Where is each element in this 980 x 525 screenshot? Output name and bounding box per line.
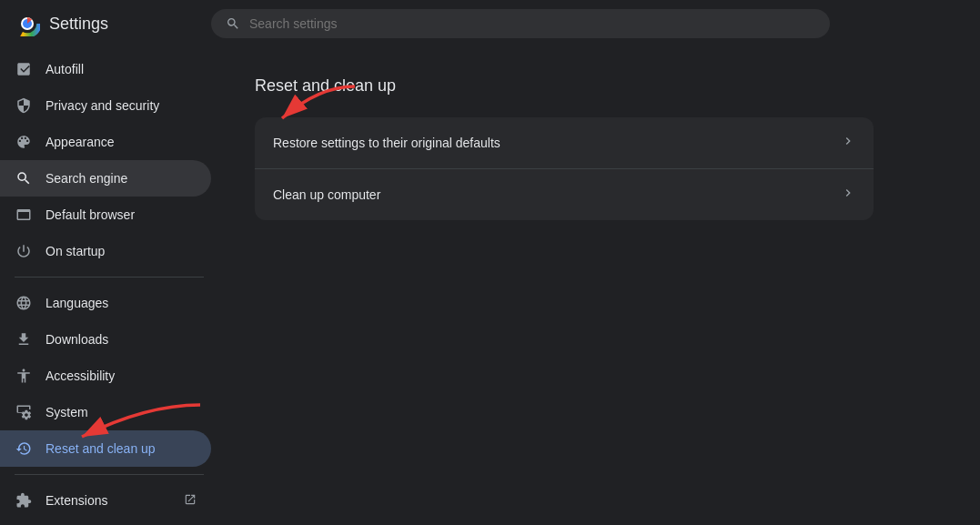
sidebar-item-on-startup[interactable]: On startup (0, 233, 211, 269)
sidebar-label-downloads: Downloads (45, 332, 197, 347)
sidebar-item-search-engine[interactable]: Search engine (0, 160, 211, 197)
app-logo: Settings (15, 11, 197, 36)
external-link-icon (184, 493, 197, 509)
sidebar: Autofill Privacy and security Appearance… (0, 47, 218, 525)
system-icon (15, 403, 33, 421)
sidebar-item-extensions[interactable]: Extensions (0, 482, 211, 519)
sidebar-label-languages: Languages (45, 296, 197, 310)
chrome-logo-icon (15, 11, 40, 36)
app-title: Settings (49, 15, 108, 34)
reset-icon (15, 439, 33, 458)
sidebar-label-search-engine: Search engine (45, 171, 197, 186)
sidebar-item-languages[interactable]: Languages (0, 285, 211, 321)
extensions-icon (15, 491, 33, 510)
cleanup-computer-row[interactable]: Clean up computer (255, 169, 874, 220)
sidebar-item-privacy[interactable]: Privacy and security (0, 87, 211, 124)
on-startup-icon (15, 242, 33, 260)
restore-defaults-label: Restore settings to their original defau… (273, 136, 500, 150)
sidebar-divider-1 (15, 277, 204, 278)
accessibility-icon (15, 367, 33, 385)
downloads-icon (15, 330, 33, 348)
search-bar[interactable] (211, 9, 830, 38)
main-layout: Autofill Privacy and security Appearance… (0, 47, 980, 525)
privacy-icon (15, 96, 33, 115)
sidebar-item-accessibility[interactable]: Accessibility (0, 358, 211, 394)
sidebar-divider-2 (15, 474, 204, 475)
sidebar-label-default-browser: Default browser (45, 207, 197, 222)
cleanup-computer-label: Clean up computer (273, 187, 380, 202)
sidebar-label-system: System (45, 405, 197, 419)
sidebar-item-system[interactable]: System (0, 394, 211, 430)
section-title: Reset and clean up (255, 76, 944, 96)
sidebar-label-appearance: Appearance (45, 135, 197, 149)
sidebar-label-autofill: Autofill (45, 62, 197, 76)
main-content: Reset and clean up Restore settings to t… (218, 47, 980, 525)
default-browser-icon (15, 206, 33, 224)
sidebar-item-downloads[interactable]: Downloads (0, 321, 211, 358)
sidebar-label-reset: Reset and clean up (45, 441, 197, 456)
languages-icon (15, 294, 33, 312)
search-input[interactable] (249, 16, 815, 31)
autofill-icon (15, 60, 33, 78)
sidebar-item-appearance[interactable]: Appearance (0, 124, 211, 160)
settings-card: Restore settings to their original defau… (255, 117, 874, 220)
cleanup-chevron (841, 186, 855, 204)
restore-defaults-row[interactable]: Restore settings to their original defau… (255, 117, 874, 169)
sidebar-item-default-browser[interactable]: Default browser (0, 197, 211, 233)
appearance-icon (15, 133, 33, 151)
search-engine-icon (15, 169, 33, 187)
sidebar-label-extensions: Extensions (45, 493, 171, 508)
restore-defaults-chevron (841, 134, 855, 152)
sidebar-label-on-startup: On startup (45, 244, 197, 258)
search-icon (226, 16, 240, 31)
sidebar-label-privacy: Privacy and security (45, 98, 197, 113)
sidebar-item-autofill[interactable]: Autofill (0, 51, 211, 87)
sidebar-item-reset[interactable]: Reset and clean up (0, 430, 211, 467)
sidebar-label-accessibility: Accessibility (45, 369, 197, 383)
header: Settings (0, 0, 980, 47)
